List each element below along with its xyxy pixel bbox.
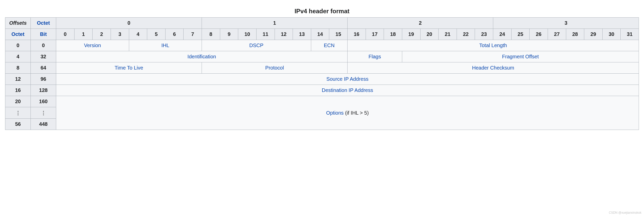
row-7-bit: 448 [31,119,56,130]
flags-link[interactable]: Flags [368,54,381,59]
octet-group-0: 0 [56,18,202,29]
bit-25: 25 [511,29,530,40]
options-condition: (if IHL > 5) [344,110,369,116]
ttl-link[interactable]: Time To Live [115,65,143,71]
fragment-offset-link[interactable]: Fragment Offset [502,54,539,59]
octet-group-3: 3 [493,18,639,29]
field-total-length: Total Length [348,40,639,51]
row-4-octet: 16 [5,85,31,96]
bit-5: 5 [147,29,166,40]
header-octet-top: Octet [31,18,56,29]
ecn-link[interactable]: ECN [324,43,335,48]
field-fragment-offset: Fragment Offset [402,51,639,62]
octet-link[interactable]: Octet [37,20,50,26]
bit-20: 20 [420,29,439,40]
bit-7: 7 [184,29,202,40]
bit-4: 4 [129,29,147,40]
ihl-link[interactable]: IHL [161,43,169,48]
bit-9: 9 [220,29,238,40]
row-5-octet: 20 [5,96,31,107]
bit-link[interactable]: Bit [40,31,47,37]
bit-2: 2 [93,29,111,40]
bit-3: 3 [111,29,129,40]
bit-27: 27 [548,29,566,40]
bit-15: 15 [329,29,348,40]
bit-8: 8 [202,29,220,40]
field-ecn: ECN [311,40,347,51]
row-0-octet: 0 [5,40,31,51]
field-flags: Flags [348,51,402,62]
table-caption: IPv4 header format [5,5,639,17]
bit-14: 14 [311,29,329,40]
header-octet-left: Octet [5,29,31,40]
bit-28: 28 [566,29,584,40]
row-6-octet: ⋮ [5,107,31,119]
dest-ip-link[interactable]: Destination IP Address [322,87,373,93]
protocol-link[interactable]: Protocol [265,65,284,71]
bit-21: 21 [439,29,457,40]
bit-16: 16 [348,29,366,40]
row-3-octet: 12 [5,74,31,85]
header-offsets: Offsets [5,18,31,29]
ipv4-header-table: IPv4 header format Offsets Octet 0 1 2 3… [5,5,639,130]
dscp-link[interactable]: DSCP [249,43,264,48]
row-5-bit: 160 [31,96,56,107]
bit-1: 1 [74,29,93,40]
bit-24: 24 [493,29,512,40]
field-dest-ip: Destination IP Address [56,85,639,96]
row-1-bit: 32 [31,51,56,62]
field-protocol: Protocol [202,62,348,74]
row-7-octet: 56 [5,119,31,130]
bit-29: 29 [584,29,603,40]
octet-group-1: 1 [202,18,348,29]
field-ihl: IHL [129,40,202,51]
source-ip-link[interactable]: Source IP Address [326,76,368,82]
bit-11: 11 [256,29,275,40]
bit-6: 6 [165,29,184,40]
row-2-bit: 64 [31,62,56,74]
identification-link[interactable]: Identification [187,54,216,59]
options-link[interactable]: Options [326,110,344,116]
field-checksum: Header Checksum [348,62,639,74]
field-dscp: DSCP [202,40,311,51]
total-length-link[interactable]: Total Length [479,43,507,48]
field-source-ip: Source IP Address [56,74,639,85]
bit-19: 19 [402,29,420,40]
field-version: Version [56,40,129,51]
octet-link-2[interactable]: Octet [11,31,24,37]
octet-group-2: 2 [348,18,493,29]
bit-23: 23 [475,29,493,40]
row-2-octet: 8 [5,62,31,74]
row-1-octet: 4 [5,51,31,62]
field-options: Options (if IHL > 5) [56,96,639,130]
bit-12: 12 [275,29,293,40]
row-4-bit: 128 [31,85,56,96]
bit-22: 22 [457,29,475,40]
bit-13: 13 [293,29,311,40]
row-0-bit: 0 [31,40,56,51]
bit-31: 31 [621,29,639,40]
bit-10: 10 [238,29,257,40]
field-ttl: Time To Live [56,62,202,74]
field-identification: Identification [56,51,348,62]
bit-26: 26 [530,29,548,40]
bit-0: 0 [56,29,74,40]
checksum-link[interactable]: Header Checksum [472,65,514,71]
row-3-bit: 96 [31,74,56,85]
version-link[interactable]: Version [84,43,101,48]
bit-17: 17 [366,29,384,40]
bit-18: 18 [384,29,402,40]
bit-30: 30 [602,29,621,40]
row-6-bit: ⋮ [31,107,56,119]
header-bit: Bit [31,29,56,40]
